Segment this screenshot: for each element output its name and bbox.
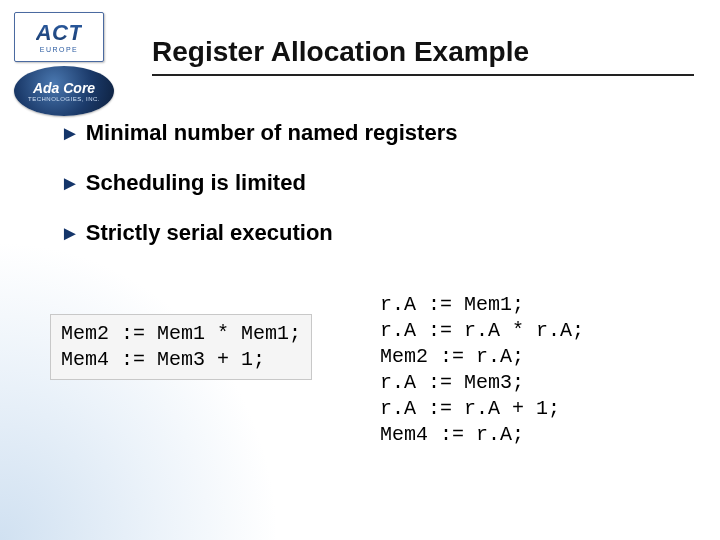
bullet-arrow-icon: ►	[60, 220, 80, 246]
adacore-logo-subtext: TECHNOLOGIES, INC.	[28, 96, 100, 102]
code-block-right: r.A := Mem1; r.A := r.A * r.A; Mem2 := r…	[362, 292, 690, 448]
bullet-item: ► Minimal number of named registers	[60, 120, 680, 146]
slide-title: Register Allocation Example	[152, 36, 694, 76]
adacore-logo-text: Ada Core	[33, 81, 95, 95]
act-logo: ACT EUROPE	[14, 12, 104, 62]
bullet-item: ► Strictly serial execution	[60, 220, 680, 246]
code-area: Mem2 := Mem1 * Mem1; Mem4 := Mem3 + 1; r…	[50, 292, 690, 448]
bullet-arrow-icon: ►	[60, 120, 80, 146]
act-logo-subtext: EUROPE	[40, 46, 79, 53]
bullet-item: ► Scheduling is limited	[60, 170, 680, 196]
bullet-text: Scheduling is limited	[86, 170, 306, 196]
bullet-list: ► Minimal number of named registers ► Sc…	[60, 120, 680, 270]
bullet-arrow-icon: ►	[60, 170, 80, 196]
code-block-left: Mem2 := Mem1 * Mem1; Mem4 := Mem3 + 1;	[50, 314, 312, 380]
adacore-logo: Ada Core TECHNOLOGIES, INC.	[14, 66, 114, 116]
logo-block: ACT EUROPE Ada Core TECHNOLOGIES, INC.	[14, 12, 114, 116]
title-wrap: Register Allocation Example	[152, 36, 694, 76]
code-left-wrap: Mem2 := Mem1 * Mem1; Mem4 := Mem3 + 1;	[50, 292, 362, 448]
bullet-text: Minimal number of named registers	[86, 120, 458, 146]
act-logo-text: ACT	[36, 22, 83, 44]
bullet-text: Strictly serial execution	[86, 220, 333, 246]
